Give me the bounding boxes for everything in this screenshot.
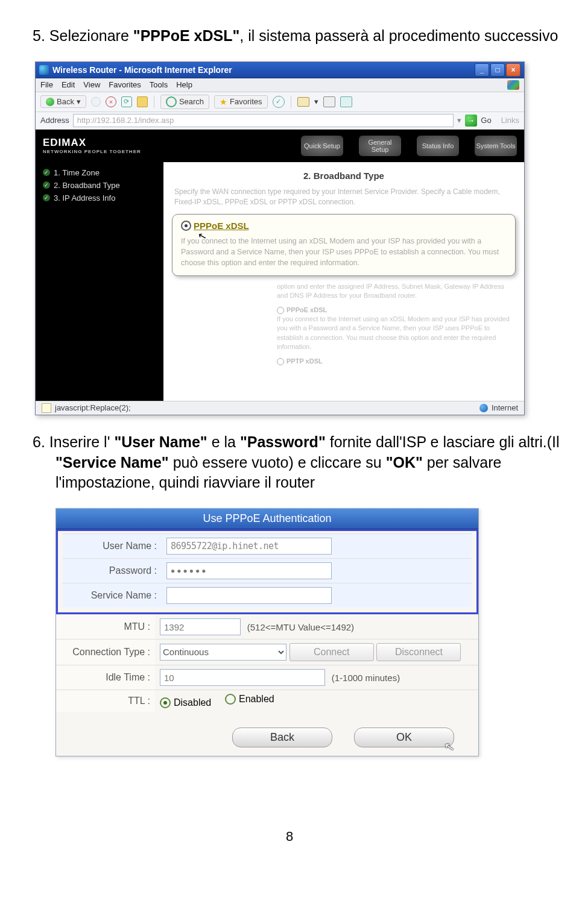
menu-bar: File Edit View Favorites Tools Help — [36, 78, 524, 92]
hand-cursor-icon: ↖ — [443, 739, 456, 755]
idle-note: (1-1000 minutes) — [332, 673, 400, 683]
step5-text: 5. Selezionare "PPPoE xDSL", il sistema … — [55, 26, 561, 46]
idle-time-input[interactable] — [160, 669, 325, 686]
menu-favorites[interactable]: Favorites — [109, 80, 141, 90]
close-button[interactable]: × — [506, 63, 520, 77]
globe-icon — [479, 404, 488, 412]
address-bar: Address ▾ → Go Links — [36, 112, 524, 130]
check-icon: ✓ — [43, 181, 50, 189]
address-label: Address — [40, 116, 69, 125]
check-icon: ✓ — [43, 194, 50, 201]
label-conntype: Connection Type : — [56, 640, 155, 665]
menu-tools[interactable]: Tools — [150, 80, 168, 90]
edimax-logo: EDIMAX NETWORKING PEOPLE TOGETHER — [43, 137, 141, 154]
connection-type-select[interactable]: Continuous — [160, 644, 286, 661]
forward-button[interactable] — [91, 97, 101, 107]
menu-file[interactable]: File — [40, 80, 53, 90]
status-right: Internet — [492, 403, 518, 412]
back-button[interactable]: Back — [232, 728, 332, 747]
favorites-button[interactable]: ★Favorites — [214, 95, 267, 108]
form-title: Use PPPoE Authentication — [56, 509, 478, 529]
ttl-disabled-option[interactable]: Disabled — [160, 697, 211, 708]
back-icon — [46, 98, 54, 106]
home-icon[interactable] — [137, 96, 148, 107]
app-icon — [39, 65, 49, 75]
pppoe-option-callout[interactable]: ↖ PPPoE xDSL If you connect to the Inter… — [172, 214, 516, 276]
label-password: Password : — [63, 559, 162, 583]
history-icon[interactable]: ✓ — [273, 96, 285, 108]
edit-icon[interactable] — [340, 96, 352, 107]
radio-icon — [225, 694, 236, 705]
service-name-input[interactable] — [166, 587, 332, 604]
window-title: Wireless Router - Microsoft Internet Exp… — [52, 65, 232, 75]
radio-icon — [277, 307, 284, 314]
disconnect-button[interactable]: Disconnect — [376, 643, 461, 661]
go-label: Go — [481, 116, 491, 125]
print-icon[interactable] — [323, 96, 335, 107]
nav-status-info[interactable]: Status Info — [417, 136, 459, 156]
username-input[interactable] — [166, 538, 332, 555]
radio-icon — [277, 358, 284, 365]
sidebar-item-broadband[interactable]: ✓2. Broadband Type — [43, 181, 156, 190]
toolbar: Back ▾ × ⟳ Search ★Favorites ✓ ▾ — [36, 92, 524, 112]
menu-view[interactable]: View — [83, 80, 100, 90]
mtu-note: (512<=MTU Value<=1492) — [247, 622, 354, 632]
radio-icon — [160, 697, 171, 708]
sidebar-item-ipaddress[interactable]: ✓3. IP Address Info — [43, 193, 156, 203]
password-input[interactable] — [166, 562, 332, 579]
menu-help[interactable]: Help — [176, 80, 192, 90]
stop-icon[interactable]: × — [106, 96, 116, 107]
page-number: 8 — [18, 829, 561, 844]
minimize-button[interactable]: _ — [475, 63, 489, 77]
wizard-main: 2. Broadband Type Specify the WAN connec… — [163, 162, 524, 401]
sidebar-item-timezone[interactable]: ✓1. Time Zone — [43, 168, 156, 177]
label-service: Service Name : — [63, 583, 162, 608]
links-label[interactable]: Links — [501, 116, 519, 125]
maximize-button[interactable]: □ — [490, 63, 505, 77]
screenshot-pppoe-form: Use PPPoE Authentication User Name : Pas… — [55, 508, 479, 756]
window-titlebar: Wireless Router - Microsoft Internet Exp… — [36, 62, 524, 78]
page-icon — [42, 403, 51, 413]
faint-fixedip-remainder: option and enter the assigned IP Address… — [277, 282, 513, 366]
separator — [291, 96, 291, 108]
radio-icon[interactable] — [181, 221, 191, 231]
status-bar: javascript:Replace(2); Internet — [36, 401, 524, 415]
section-title: 2. Broadband Type — [174, 171, 513, 181]
step6-text: 6. Inserire l' "User Name" e la "Passwor… — [55, 432, 561, 493]
search-icon — [166, 96, 177, 107]
mail-icon[interactable] — [297, 97, 309, 107]
nav-general-setup[interactable]: General Setup — [359, 136, 401, 156]
section-intro: Specify the WAN connection type required… — [174, 187, 513, 208]
nav-system-tools[interactable]: System Tools — [475, 136, 517, 156]
ttl-enabled-option[interactable]: Enabled — [225, 694, 274, 705]
go-button[interactable]: → — [465, 115, 477, 127]
nav-quick-setup[interactable]: Quick Setup — [301, 136, 343, 156]
label-idle: Idle Time : — [56, 665, 155, 690]
search-button[interactable]: Search — [160, 95, 209, 109]
ok-button[interactable]: OK ↖ — [354, 728, 454, 747]
pppoe-body: If you connect to the Internet using an … — [181, 236, 507, 268]
screenshot-browser: Wireless Router - Microsoft Internet Exp… — [35, 61, 525, 415]
label-ttl: TTL : — [56, 690, 155, 712]
status-left: javascript:Replace(2); — [55, 403, 131, 412]
label-username: User Name : — [63, 534, 162, 559]
page-header: EDIMAX NETWORKING PEOPLE TOGETHER Quick … — [36, 130, 524, 162]
star-icon: ★ — [220, 97, 227, 107]
check-icon: ✓ — [43, 169, 50, 176]
connect-button[interactable]: Connect — [290, 643, 374, 661]
back-button[interactable]: Back ▾ — [40, 95, 86, 108]
refresh-icon[interactable]: ⟳ — [121, 96, 132, 107]
label-mtu: MTU : — [56, 615, 155, 640]
separator — [154, 96, 154, 108]
address-input[interactable] — [73, 114, 454, 127]
menu-edit[interactable]: Edit — [62, 80, 75, 90]
mtu-input[interactable] — [160, 618, 241, 635]
ie-logo-icon — [507, 80, 519, 90]
wizard-sidebar: ✓1. Time Zone ✓2. Broadband Type ✓3. IP … — [36, 162, 163, 401]
